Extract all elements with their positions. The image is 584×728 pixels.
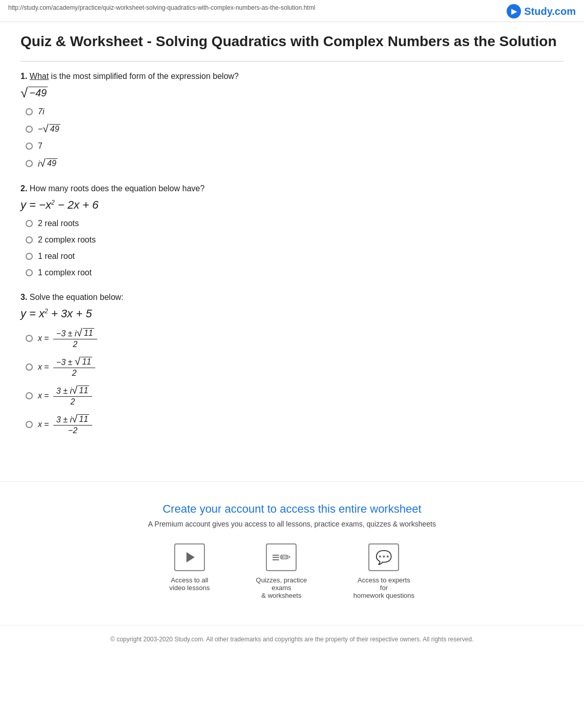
q3-option-4[interactable]: x = 3 ± i√11 −2 — [26, 414, 564, 435]
sqrt-radical-symbol: √ — [20, 86, 28, 99]
q2-radio-3[interactable] — [26, 253, 33, 260]
q3-label-1: x = −3 ± i√11 2 — [38, 328, 97, 349]
page-title: Quiz & Worksheet - Solving Quadratics wi… — [20, 32, 564, 51]
q1-sqrt-expr: √−49 — [20, 86, 48, 99]
chat-icon: 💬 — [376, 550, 392, 565]
q3-option-3[interactable]: x = 3 ± i√11 2 — [26, 385, 564, 407]
q1-label-3: 7 — [38, 141, 43, 151]
q2-radio-4[interactable] — [26, 269, 33, 276]
q2-radio-2[interactable] — [26, 236, 33, 244]
q1-radio-1[interactable] — [26, 108, 33, 115]
play-icon — [186, 552, 195, 562]
cta-section: Create your account to access this entir… — [0, 481, 584, 625]
expert-icon-box: 💬 — [368, 543, 399, 571]
q1-option-3[interactable]: 7 — [26, 141, 564, 151]
q1-radio-4[interactable] — [26, 160, 33, 167]
q2-option-4[interactable]: 1 complex root — [26, 268, 564, 277]
q1-text-rest: is the most simplified form of the expre… — [51, 72, 239, 80]
footer-text: © copyright 2003-2020 Study.com. All oth… — [111, 636, 474, 643]
q2-option-2[interactable]: 2 complex roots — [26, 235, 564, 245]
question-1-block: 1. What is the most simplified form of t… — [20, 72, 564, 169]
q1-radio-2[interactable] — [26, 126, 33, 133]
q1-equation: √−49 — [20, 86, 564, 100]
q1-option-2[interactable]: −√49 — [26, 124, 564, 134]
q3-option-1[interactable]: x = −3 ± i√11 2 — [26, 328, 564, 349]
q3-label-3: x = 3 ± i√11 2 — [38, 385, 92, 407]
logo-text: Study.com — [524, 6, 576, 17]
cta-video-label: Access to allvideo lessons — [170, 576, 210, 592]
logo-area: ▶ Study.com — [507, 4, 576, 18]
q2-options: 2 real roots 2 complex roots 1 real root… — [20, 219, 564, 277]
q1-label-2: −√49 — [38, 124, 60, 134]
q1-number: 1. — [20, 72, 27, 80]
cta-subtitle: A Premium account gives you access to al… — [10, 520, 574, 528]
q3-options: x = −3 ± i√11 2 x = −3 ± √11 2 — [20, 328, 564, 435]
q3-radio-2[interactable] — [26, 363, 33, 371]
cta-quiz-label: Quizzes, practice exams& worksheets — [251, 576, 312, 599]
quiz-icon-box: ≡✏ — [266, 543, 297, 571]
question-2-block: 2. How many roots does the equation belo… — [20, 184, 564, 277]
q1-option-1[interactable]: 7i — [26, 107, 564, 116]
logo-icon: ▶ — [507, 4, 521, 18]
video-icon-box — [174, 543, 205, 571]
q3-number: 3. — [20, 293, 27, 301]
q2-radio-1[interactable] — [26, 220, 33, 227]
q2-label-4: 1 complex root — [38, 268, 92, 277]
q1-radio-3[interactable] — [26, 143, 33, 150]
url-text: http://study.com/academy/practice/quiz-w… — [8, 4, 315, 11]
q3-label-4: x = 3 ± i√11 −2 — [38, 414, 92, 435]
q3-label-2: x = −3 ± √11 2 — [38, 356, 95, 378]
q1-options: 7i −√49 7 i√49 — [20, 107, 564, 169]
q2-option-3[interactable]: 1 real root — [26, 252, 564, 261]
cta-expert-item: 💬 Access to experts forhomework question… — [353, 543, 414, 599]
q2-option-1[interactable]: 2 real roots — [26, 219, 564, 228]
q1-label-1: 7i — [38, 107, 44, 116]
main-content: Quiz & Worksheet - Solving Quadratics wi… — [0, 22, 584, 471]
cta-title: Create your account to access this entir… — [10, 502, 574, 516]
question-1-text: 1. What is the most simplified form of t… — [20, 72, 564, 81]
divider — [20, 61, 564, 62]
cta-quiz-item: ≡✏ Quizzes, practice exams& worksheets — [251, 543, 312, 599]
q3-option-2[interactable]: x = −3 ± √11 2 — [26, 356, 564, 378]
q2-label-2: 2 complex roots — [38, 235, 96, 245]
q1-what: What — [30, 72, 49, 80]
q2-equation: y = −x2 − 2x + 6 — [20, 198, 564, 212]
top-bar: http://study.com/academy/practice/quiz-w… — [0, 0, 584, 22]
cta-video-item: Access to allvideo lessons — [170, 543, 210, 599]
q2-label-1: 2 real roots — [38, 219, 79, 228]
question-3-text: 3. Solve the equation below: — [20, 293, 564, 302]
cta-icons: Access to allvideo lessons ≡✏ Quizzes, p… — [10, 543, 574, 599]
q1-option-4[interactable]: i√49 — [26, 158, 564, 169]
footer: © copyright 2003-2020 Study.com. All oth… — [0, 625, 584, 653]
q3-radio-4[interactable] — [26, 421, 33, 428]
sqrt-content: −49 — [28, 87, 48, 99]
q3-radio-1[interactable] — [26, 335, 33, 342]
q2-label-3: 1 real root — [38, 252, 75, 261]
question-3-block: 3. Solve the equation below: y = x2 + 3x… — [20, 293, 564, 435]
q1-label-4: i√49 — [38, 158, 57, 169]
cta-expert-label: Access to experts forhomework questions — [353, 576, 414, 599]
q3-equation: y = x2 + 3x + 5 — [20, 307, 564, 320]
quiz-icon: ≡✏ — [272, 550, 291, 565]
q2-number: 2. — [20, 184, 27, 193]
q3-radio-3[interactable] — [26, 392, 33, 399]
question-2-text: 2. How many roots does the equation belo… — [20, 184, 564, 193]
